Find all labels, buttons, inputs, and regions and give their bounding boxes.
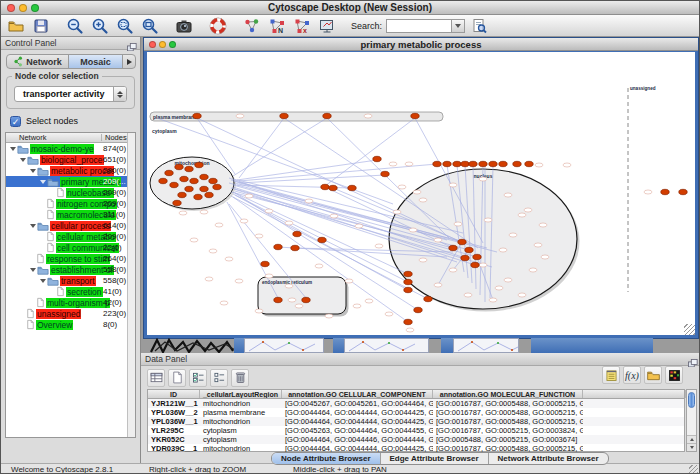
annotation-icon[interactable]: [317, 16, 337, 36]
network-node[interactable]: [190, 178, 198, 183]
network-node[interactable]: [274, 244, 282, 249]
advanced-search-icon[interactable]: [469, 16, 489, 36]
network-node[interactable]: [479, 161, 487, 166]
tree-row-response-to-stimul[interactable]: response to stimul264(0): [6, 253, 127, 264]
tree-row-biological-process[interactable]: biological_process651(0): [6, 154, 127, 165]
network-node[interactable]: [513, 161, 521, 166]
network-node[interactable]: [404, 271, 412, 276]
tree-row-nucleobase-[interactable]: nucleobase-209(0): [6, 187, 127, 198]
network-node[interactable]: [661, 189, 669, 194]
network-node[interactable]: [185, 166, 193, 171]
zoom-in-icon[interactable]: [90, 16, 110, 36]
zoom-selected-icon[interactable]: [115, 16, 135, 36]
table-row[interactable]: YKR052Ccytoplasm[GO:0044464, GO:0044446,…: [148, 435, 684, 444]
tree-row-cellular-process[interactable]: cellular process614(0): [6, 220, 127, 231]
attribute-batch-icon[interactable]: [210, 369, 228, 387]
tree-row-cell-communicat[interactable]: cell communicat22(0): [6, 242, 127, 253]
tree-row-macromolecule[interactable]: macromolecule311(0): [6, 209, 127, 220]
open-icon[interactable]: [6, 16, 26, 36]
app-resize-grip[interactable]: [689, 465, 698, 474]
background-window-fragment[interactable]: [453, 338, 519, 353]
search-input[interactable]: [386, 19, 452, 33]
background-window-edge[interactable]: [234, 338, 244, 353]
column-header[interactable]: _cellularLayoutRegion: [200, 390, 282, 398]
network-node[interactable]: [165, 170, 173, 175]
column-header[interactable]: annotation.GO MOLECULAR_FUNCTION: [433, 390, 583, 398]
network-node[interactable]: [489, 161, 497, 166]
network-node[interactable]: [473, 254, 481, 259]
destroy-network-icon[interactable]: x: [292, 16, 312, 36]
node-color-select[interactable]: transporter activity: [14, 86, 127, 102]
network-node[interactable]: [321, 184, 329, 189]
tab-mosaic[interactable]: Mosaic: [68, 55, 122, 68]
attribute-checklist-icon[interactable]: [189, 369, 207, 387]
create-attribute-icon[interactable]: [168, 369, 186, 387]
tree-row-overview[interactable]: Overview8(0): [6, 319, 127, 330]
network-node[interactable]: [471, 262, 479, 267]
expand-triangle-icon[interactable]: [39, 180, 47, 184]
column-header[interactable]: annotation.GO CELLULAR_COMPONENT: [282, 390, 433, 398]
network-node[interactable]: [159, 178, 167, 183]
network-node[interactable]: [381, 171, 389, 176]
expand-triangle-icon[interactable]: [39, 279, 47, 283]
tree-row-transport[interactable]: transport558(0): [6, 275, 127, 286]
network-node[interactable]: [323, 113, 331, 118]
network-node[interactable]: [679, 189, 687, 194]
network-node[interactable]: [404, 319, 412, 324]
network-node[interactable]: [193, 113, 201, 118]
tab-node-attribute-browser[interactable]: Node Attribute Browser: [272, 453, 380, 464]
table-row[interactable]: YJR121W__1mitochondrion[GO:0045267, GO:0…: [148, 399, 684, 408]
expand-triangle-icon[interactable]: [29, 169, 37, 173]
open-attributes-icon[interactable]: [644, 366, 662, 384]
float-data-panel-icon[interactable]: [688, 355, 698, 364]
select-nodes-checkbox[interactable]: ✓: [10, 116, 21, 127]
network-node[interactable]: [461, 161, 469, 166]
network-node[interactable]: [200, 174, 208, 179]
float-panel-icon[interactable]: [127, 39, 137, 48]
network-node[interactable]: [205, 192, 213, 197]
network-node[interactable]: [318, 237, 326, 242]
network-node[interactable]: [274, 297, 282, 302]
network-node[interactable]: [433, 161, 441, 166]
network-node[interactable]: [458, 239, 466, 244]
expand-triangle-icon[interactable]: [19, 158, 27, 162]
network-node[interactable]: [424, 296, 432, 301]
network-node[interactable]: [414, 307, 422, 312]
network-node[interactable]: [453, 161, 461, 166]
network-node[interactable]: [443, 161, 451, 166]
network-node[interactable]: [465, 247, 473, 252]
expand-triangle-icon[interactable]: [29, 224, 37, 228]
network-node[interactable]: [411, 113, 419, 118]
table-row[interactable]: YLR295Ccytoplasm[GO:0045263, GO:0044464,…: [148, 426, 684, 435]
expand-triangle-icon[interactable]: [9, 147, 17, 151]
more-tabs-icon[interactable]: [122, 55, 135, 68]
network-node[interactable]: [525, 161, 533, 166]
scroll-down-icon[interactable]: [687, 443, 696, 451]
tree-row-secretion[interactable]: secretion41(0): [6, 286, 127, 297]
network-node[interactable]: [302, 297, 310, 302]
column-header[interactable]: ID: [148, 390, 200, 398]
network-node[interactable]: [195, 162, 203, 167]
network-node[interactable]: [261, 261, 269, 266]
formula-builder-icon[interactable]: f(x): [623, 366, 641, 384]
network-node[interactable]: [209, 178, 217, 183]
tab-network-attribute-browser[interactable]: Network Attribute Browser: [488, 453, 608, 464]
network-node[interactable]: [461, 255, 469, 260]
network-node[interactable]: [180, 176, 188, 181]
snapshot-icon[interactable]: [174, 16, 194, 36]
network-canvas[interactable]: plasma membranecytoplasmmitochondrionnuc…: [147, 52, 695, 336]
network-node[interactable]: [404, 279, 412, 284]
background-window-edge[interactable]: [333, 338, 344, 353]
tree-row-metabolic-process[interactable]: metabolic process280(0): [6, 165, 127, 176]
network-node[interactable]: [329, 185, 337, 190]
zoom-fit-icon[interactable]: [140, 16, 160, 36]
import-attributes-icon[interactable]: [602, 366, 620, 384]
table-row[interactable]: YPL036W__2plasma membrane[GO:0044464, GO…: [148, 408, 684, 417]
table-row[interactable]: YPL036W__1mitochondrion[GO:0044464, GO:0…: [148, 417, 684, 426]
help-icon[interactable]: [208, 16, 228, 36]
background-window-fragment[interactable]: [244, 338, 324, 353]
save-icon[interactable]: [31, 16, 51, 36]
tree-row-mosaic-demo-yeast[interactable]: mosaic-demo-yeast874(0): [6, 143, 127, 154]
table-scrollbar-thumb[interactable]: [688, 392, 695, 408]
scroll-up-icon[interactable]: [687, 435, 696, 443]
